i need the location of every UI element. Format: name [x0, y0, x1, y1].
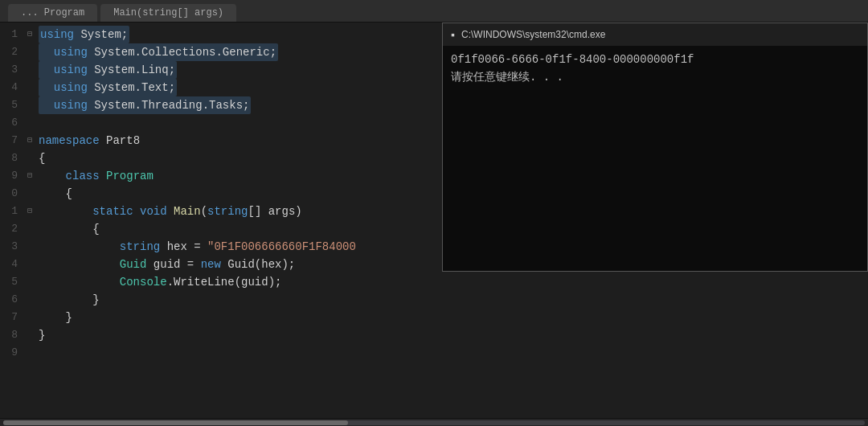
cmd-titlebar: ▪ C:\WINDOWS\system32\cmd.exe [443, 23, 867, 46]
line-number-5: 6 [0, 114, 24, 132]
cmd-output-1: 0f1f0066-6666-0f1f-8400-000000000f1f [451, 51, 859, 68]
line-number-7: 8 [0, 150, 24, 167]
line-number-17: 8 [0, 326, 24, 344]
line-number-6: 7 [0, 132, 24, 150]
scrollbar-thumb[interactable] [3, 420, 348, 425]
collapse-icon-8[interactable]: ⊟ [24, 167, 35, 185]
collapse-icon-10[interactable]: ⊟ [24, 203, 35, 220]
code-line-16: 7 } [0, 309, 868, 326]
code-content-15: } [35, 291, 868, 309]
cmd-title: C:\WINDOWS\system32\cmd.exe [461, 29, 605, 40]
scrollbar-track[interactable] [3, 420, 865, 425]
code-line-17: 8} [0, 326, 868, 344]
line-number-13: 4 [0, 256, 24, 273]
code-line-18: 9 [0, 344, 868, 362]
line-number-12: 3 [0, 238, 24, 256]
bottom-bar [0, 418, 868, 426]
tab-program[interactable]: ... Program [8, 4, 97, 22]
collapse-icon-0[interactable]: ⊟ [24, 26, 35, 43]
line-number-0: 1 [0, 26, 24, 43]
cmd-body: 0f1f0066-6666-0f1f-8400-000000000f1f 请按任… [443, 46, 867, 271]
line-number-15: 6 [0, 291, 24, 309]
line-number-3: 4 [0, 79, 24, 96]
collapse-icon-6[interactable]: ⊟ [24, 132, 35, 150]
tab-main[interactable]: Main(string[] args) [100, 4, 236, 22]
line-number-11: 2 [0, 220, 24, 238]
code-content-17: } [35, 326, 868, 344]
code-content-14: Console.WriteLine(guid); [35, 273, 868, 291]
cmd-output-2: 请按任意键继续. . . [451, 68, 859, 86]
code-content-16: } [35, 309, 868, 326]
line-number-2: 3 [0, 61, 24, 79]
line-number-18: 9 [0, 344, 24, 362]
line-number-16: 7 [0, 309, 24, 326]
line-number-4: 5 [0, 96, 24, 114]
line-number-9: 0 [0, 185, 24, 203]
cmd-icon: ▪ [451, 28, 455, 41]
line-number-1: 2 [0, 43, 24, 61]
main-area: 1⊟using System;2 using System.Collection… [0, 23, 868, 418]
line-number-8: 9 [0, 167, 24, 185]
code-line-14: 5 Console.WriteLine(guid); [0, 273, 868, 291]
line-number-10: 1 [0, 203, 24, 220]
line-number-14: 5 [0, 273, 24, 291]
tab-bar: ... Program Main(string[] args) [0, 0, 868, 23]
cmd-window[interactable]: ▪ C:\WINDOWS\system32\cmd.exe 0f1f0066-6… [442, 23, 868, 272]
code-line-15: 6 } [0, 291, 868, 309]
